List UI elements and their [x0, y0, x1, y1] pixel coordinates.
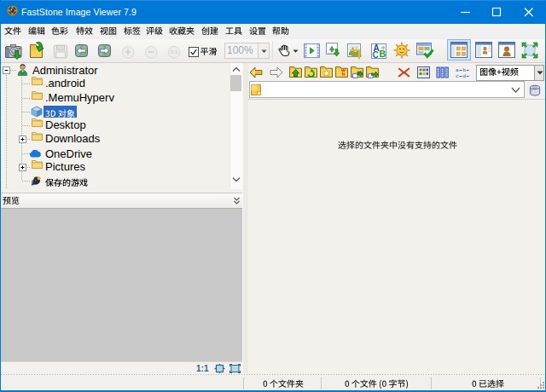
svg-text:c: c: [456, 73, 459, 78]
svg-text:a: a: [456, 67, 459, 73]
svg-text:b: b: [463, 67, 467, 73]
svg-text:B: B: [380, 49, 386, 59]
svg-text:d: d: [463, 73, 467, 78]
svg-text:C: C: [373, 50, 379, 60]
svg-text:1:1: 1:1: [171, 49, 178, 55]
